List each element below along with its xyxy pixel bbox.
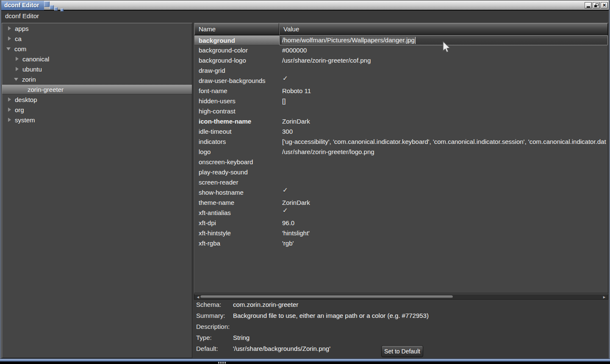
resize-grip[interactable] <box>218 362 226 364</box>
window-border-left <box>0 0 1 361</box>
table-row[interactable]: theme-name ZorinDark <box>194 198 608 208</box>
chevron-down-icon[interactable] <box>14 78 18 81</box>
tree-item-label: desktop <box>15 96 37 103</box>
key-name: xft-antialias <box>194 208 279 218</box>
key-value: 300 <box>279 127 608 137</box>
chevron-right-icon[interactable] <box>8 118 11 122</box>
tree-item-com[interactable]: com <box>2 44 192 54</box>
titlebar-pixel-decoration <box>61 8 64 11</box>
tree-item-label: com <box>14 45 26 52</box>
key-value: ['ug-accessibility', 'com.canonical.indi… <box>279 137 608 147</box>
table-row[interactable]: high-contrast <box>194 106 608 116</box>
keys-table: Name Value background /home/wolfman/Pict… <box>194 23 608 293</box>
scroll-left-icon[interactable]: ◄ <box>196 295 200 299</box>
table-row[interactable]: onscreen-keyboard <box>194 157 608 167</box>
tree-item-label: canonical <box>22 55 49 63</box>
key-details-panel: Schema: com.zorin.zorin-greeter Summary:… <box>194 300 608 358</box>
table-row[interactable]: idle-timeout 300 <box>194 127 608 137</box>
minimize-icon <box>587 6 590 8</box>
table-row[interactable]: logo /usr/share/zorin-greeter/logo.png <box>194 147 608 157</box>
column-header-value[interactable]: Value <box>279 23 608 35</box>
text-caret <box>415 37 416 44</box>
table-row[interactable]: background-color #000000 <box>194 45 608 55</box>
key-value: /usr/share/zorin-greeter/logo.png <box>279 147 608 157</box>
table-row[interactable]: show-hostname <box>194 188 608 198</box>
tree-item-ca[interactable]: ca <box>2 33 192 44</box>
titlebar-pixel-decoration <box>44 1 50 7</box>
tree-item-org[interactable]: org <box>2 105 192 115</box>
tree-item-system[interactable]: system <box>2 115 192 125</box>
table-row[interactable]: hidden-users [] <box>194 96 608 106</box>
key-name: draw-user-backgrounds <box>194 76 279 86</box>
table-row[interactable]: xft-rgba 'rgb' <box>194 238 608 248</box>
chevron-right-icon[interactable] <box>8 97 11 102</box>
table-row[interactable]: draw-user-backgrounds <box>194 76 608 86</box>
set-to-default-button[interactable]: Set to Default <box>381 345 423 357</box>
table-row[interactable]: icon-theme-name ZorinDark <box>194 116 608 127</box>
table-row[interactable]: xft-dpi 96.0 <box>194 218 608 228</box>
key-value: ZorinDark <box>279 116 608 127</box>
key-name: theme-name <box>194 198 279 208</box>
key-name: idle-timeout <box>194 127 279 137</box>
table-row[interactable]: play-ready-sound <box>194 167 608 177</box>
tree-item-canonical[interactable]: canonical <box>2 54 192 64</box>
description-label: Description: <box>196 323 233 334</box>
key-name: play-ready-sound <box>194 167 279 177</box>
key-name: font-name <box>194 86 279 96</box>
key-name: background <box>194 35 279 45</box>
tree-item-ubuntu[interactable]: ubuntu <box>2 64 192 74</box>
type-label: Type: <box>196 334 233 345</box>
key-name: indicators <box>194 137 279 147</box>
window-controls: ✕ <box>585 2 608 8</box>
close-button[interactable]: ✕ <box>601 2 608 8</box>
restore-button[interactable] <box>593 2 600 8</box>
key-value: Roboto 11 <box>279 86 608 96</box>
key-name: background-color <box>194 45 279 55</box>
key-name: logo <box>194 147 279 157</box>
key-value: 'hintslight' <box>279 228 608 238</box>
tree-item-zorin[interactable]: zorin <box>2 74 192 84</box>
tree-item-apps[interactable]: apps <box>2 23 192 33</box>
chevron-right-icon[interactable] <box>8 36 11 41</box>
table-row[interactable]: background-logo /usr/share/zorin-greeter… <box>194 55 608 66</box>
column-header-name[interactable]: Name <box>194 23 279 35</box>
table-row[interactable]: xft-hintstyle 'hintslight' <box>194 228 608 238</box>
key-name: xft-hintstyle <box>194 228 279 238</box>
chevron-right-icon[interactable] <box>16 67 19 71</box>
horizontal-scrollbar[interactable]: ◄ ► <box>194 294 608 300</box>
tree-item-zorin-greeter[interactable]: zorin-greeter <box>2 84 192 94</box>
close-icon: ✕ <box>602 3 606 8</box>
key-value: 96.0 <box>279 218 608 228</box>
default-label: Default: <box>196 345 233 356</box>
table-row[interactable]: background /home/wolfman/Pictures/Wallpa… <box>194 35 608 45</box>
table-header: Name Value <box>194 23 608 35</box>
type-value: String <box>233 334 250 345</box>
mouse-cursor <box>442 41 453 55</box>
table-row[interactable]: draw-grid <box>194 66 608 76</box>
chevron-right-icon[interactable] <box>8 108 11 112</box>
table-row[interactable]: font-name Roboto 11 <box>194 86 608 96</box>
tree-item-label: system <box>15 116 35 124</box>
summary-value: Background file to use, either an image … <box>233 312 429 323</box>
chevron-right-icon[interactable] <box>16 57 19 61</box>
window-content: dconf Editor apps ca com canonical ubunt… <box>1 11 609 358</box>
chevron-down-icon[interactable] <box>6 47 11 50</box>
titlebar[interactable]: dconf Editor ✕ <box>0 0 610 10</box>
schema-value: com.zorin.zorin-greeter <box>233 301 298 312</box>
tree-item-label: ubuntu <box>22 66 42 73</box>
scroll-right-icon[interactable]: ► <box>602 295 606 299</box>
key-name: xft-rgba <box>194 238 279 248</box>
table-row[interactable]: indicators ['ug-accessibility', 'com.can… <box>194 137 608 147</box>
key-value: ZorinDark <box>279 198 608 208</box>
table-row[interactable]: screen-reader <box>194 177 608 188</box>
tree-item-desktop[interactable]: desktop <box>2 94 192 105</box>
tree-item-label: ca <box>15 35 22 42</box>
minimize-button[interactable] <box>585 2 592 8</box>
restore-icon <box>594 3 599 7</box>
key-name: background-logo <box>194 55 279 66</box>
chevron-right-icon[interactable] <box>8 26 11 30</box>
scrollbar-thumb[interactable] <box>200 295 453 298</box>
titlebar-pixel-decoration <box>50 5 54 9</box>
app-header-label: dconf Editor <box>5 12 39 19</box>
table-row[interactable]: xft-antialias <box>194 208 608 218</box>
